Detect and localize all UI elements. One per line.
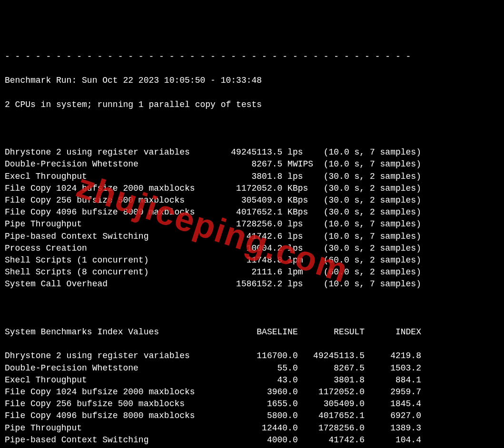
separator-line: - - - - - - - - - - - - - - - - - - - - …: [5, 51, 499, 63]
index-row: Double-Precision Whetstone 55.0 8267.5 1…: [5, 362, 499, 374]
test-row: Double-Precision Whetstone 8267.5 MWIPS …: [5, 158, 499, 170]
test-row: Pipe Throughput 1728256.0 lps (10.0 s, 7…: [5, 218, 499, 230]
index-row: Pipe Throughput 12440.0 1728256.0 1389.3: [5, 422, 499, 434]
test-row: Shell Scripts (8 concurrent) 2111.6 lpm …: [5, 266, 499, 278]
test-row: File Copy 256 bufsize 500 maxblocks 3054…: [5, 195, 499, 206]
index-row: File Copy 4096 bufsize 8000 maxblocks 58…: [5, 410, 499, 422]
index-header-line: System Benchmarks Index Values BASELINE …: [5, 326, 499, 338]
benchmark-run-line: Benchmark Run: Sun Oct 22 2023 10:05:50 …: [5, 75, 499, 87]
index-row: Dhrystone 2 using register variables 116…: [5, 350, 499, 362]
index-row: Execl Throughput 43.0 3801.8 884.1: [5, 374, 499, 386]
test-row: Execl Throughput 3801.8 lps (30.0 s, 2 s…: [5, 171, 499, 183]
test-row: File Copy 1024 bufsize 2000 maxblocks 11…: [5, 183, 499, 195]
index-row: Process Creation 126.0 10004.2 794.0: [5, 446, 499, 448]
index-block: Dhrystone 2 using register variables 116…: [5, 350, 499, 448]
blank-line: [5, 123, 499, 135]
test-row: Pipe-based Context Switching 41742.6 lps…: [5, 231, 499, 243]
index-row: File Copy 1024 bufsize 2000 maxblocks 39…: [5, 386, 499, 398]
cpu-info-line: 2 CPUs in system; running 1 parallel cop…: [5, 99, 499, 111]
test-row: Process Creation 10004.2 lps (30.0 s, 2 …: [5, 243, 499, 254]
test-row: Dhrystone 2 using register variables 492…: [5, 146, 499, 158]
index-row: File Copy 256 bufsize 500 maxblocks 1655…: [5, 398, 499, 410]
test-row: File Copy 4096 bufsize 8000 maxblocks 40…: [5, 206, 499, 218]
test-row: Shell Scripts (1 concurrent) 11748.8 lpm…: [5, 254, 499, 266]
blank-line: [5, 302, 499, 314]
test-row: System Call Overhead 1586152.2 lps (10.0…: [5, 278, 499, 290]
tests-block: Dhrystone 2 using register variables 492…: [5, 146, 499, 290]
index-row: Pipe-based Context Switching 4000.0 4174…: [5, 434, 499, 446]
